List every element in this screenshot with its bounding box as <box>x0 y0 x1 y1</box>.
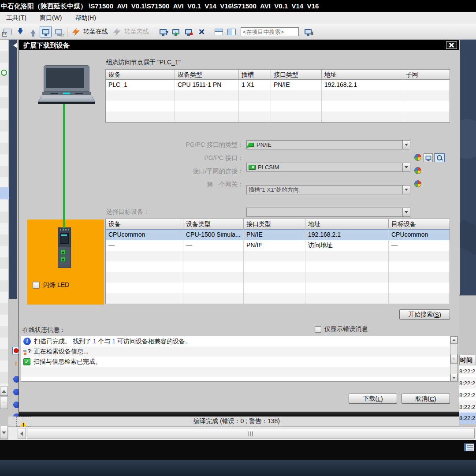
time-cell: 8:22:2 <box>459 365 476 377</box>
table-cell: — <box>183 240 244 251</box>
column-header[interactable]: 子网 <box>403 70 450 80</box>
overview-window-icon[interactable] <box>464 443 474 451</box>
column-header[interactable]: 设备 <box>106 70 175 80</box>
hscroll-left-button[interactable] <box>18 428 26 439</box>
go-online-flash-icon <box>72 28 80 36</box>
left-panel-collapse-bar[interactable] <box>9 40 17 299</box>
button-text: ) <box>434 395 436 402</box>
table-row-selected[interactable]: CPUcommon CPU-1500 Simula... PN/IE 192.1… <box>106 229 450 240</box>
dropdown-arrow-button[interactable] <box>402 141 410 149</box>
pgpc-type-label: PG/PC 接口的类型： <box>63 141 244 149</box>
table-row-empty <box>106 283 450 293</box>
table-row[interactable]: PLC_1 CPU 1511-1 PN 1 X1 PN/IE 192.168.2… <box>106 80 450 90</box>
search-go-button[interactable]: ii <box>302 26 314 37</box>
menu-help[interactable]: 帮助(H) <box>75 14 96 22</box>
cross-references-button[interactable] <box>195 26 207 37</box>
dropdown-arrow-button[interactable] <box>402 163 410 171</box>
status-message[interactable]: ✓ 扫描与信息检索已完成。 <box>21 357 457 367</box>
project-search-input[interactable] <box>241 27 299 36</box>
stop-runtime-button[interactable]: RT <box>52 26 64 37</box>
simulation-monitor-icon <box>42 29 49 34</box>
go-online-label[interactable]: 转至在线 <box>83 28 108 36</box>
connection-dropdown[interactable]: 插槽"1 X1"处的方向 <box>246 185 410 194</box>
flash-led-label: 闪烁 LED <box>43 281 69 289</box>
time-cell-selected: 8:22:2 <box>459 413 476 424</box>
configured-nodes-table: 设备 设备类型 插槽 接口类型 地址 子网 PLC_1 CPU 1511-1 P… <box>105 69 450 123</box>
table-row-empty <box>106 272 450 283</box>
menu-window[interactable]: 窗口(W) <box>40 14 62 22</box>
column-header[interactable]: 目标设备 <box>389 219 450 229</box>
download-to-device-button[interactable] <box>14 26 26 37</box>
start-simulation-button[interactable] <box>40 26 52 37</box>
start-cpu-button[interactable] <box>170 26 182 37</box>
split-vertical-button[interactable] <box>226 26 238 37</box>
dropdown-arrow-button[interactable] <box>402 208 410 216</box>
button-text: 取消( <box>415 395 430 403</box>
horizontal-scrollbar[interactable] <box>8 427 476 440</box>
binocular-icon: ii <box>310 30 313 36</box>
table-cell: PN/IE <box>244 229 305 240</box>
column-header[interactable]: 设备 <box>106 219 183 229</box>
go-online-button[interactable] <box>70 26 82 37</box>
time-cell: 8:22:2 <box>459 389 476 401</box>
column-header[interactable]: 设备类型 <box>183 219 244 229</box>
compile-status-row[interactable]: 编译完成 (错误：0 ; 警告：138) <box>8 416 459 427</box>
flash-led-panel: 闪烁 LED <box>27 219 104 305</box>
table-cell: 访问地址 <box>305 240 389 251</box>
hscroll-thumb[interactable] <box>27 428 475 439</box>
column-header[interactable]: 地址 <box>305 219 389 229</box>
table-row[interactable]: — — PN/IE 访问地址 — <box>106 240 450 251</box>
grip-icon <box>250 431 251 436</box>
split-horizontal-button[interactable] <box>213 26 225 37</box>
refresh-icon <box>1 70 7 76</box>
download-button[interactable]: 下载(L) <box>349 394 397 404</box>
flash-led-checkbox[interactable] <box>33 282 40 289</box>
scroll-down-button[interactable] <box>450 374 457 381</box>
cross-icon <box>198 29 205 35</box>
status-message[interactable]: i 扫描已完成。 找到了 1 个与 1 可访问设备相兼容的设备。 <box>21 336 457 346</box>
chevron-down-icon <box>405 211 408 215</box>
start-search-button[interactable]: 开始搜索(S) <box>399 309 450 320</box>
message-scrollbar[interactable]: ≡ <box>450 336 457 381</box>
network-cable <box>63 104 65 228</box>
scroll-thumb[interactable]: ≡ <box>450 354 457 364</box>
only-errors-checkbox[interactable] <box>315 326 321 333</box>
pgpc-type-dropdown[interactable]: PN/IE <box>246 140 410 149</box>
column-header[interactable]: 设备类型 <box>175 70 239 80</box>
column-header[interactable]: 接口类型 <box>244 219 305 229</box>
table-cell: CPUcommon <box>389 229 450 240</box>
table-header-row: 设备 设备类型 插槽 接口类型 地址 子网 <box>106 70 450 80</box>
table-row-empty <box>106 112 450 122</box>
save-all-button[interactable] <box>1 26 13 37</box>
connection-label: 接口/子网的连接： <box>63 167 244 175</box>
cancel-button[interactable]: 取消(C) <box>402 394 450 404</box>
download-arrow-icon <box>18 30 23 37</box>
go-offline-button[interactable] <box>111 26 123 37</box>
table-cell: CPUcommon <box>106 229 183 240</box>
dialog-title: 扩展下载到设备 <box>23 41 70 49</box>
flash-browse-button[interactable] <box>434 153 445 162</box>
network-view-button[interactable] <box>424 153 433 162</box>
column-header[interactable]: 插槽 <box>239 70 271 80</box>
gateway-dropdown[interactable] <box>246 208 410 217</box>
status-message[interactable]: ? 正在检索设备信息... <box>21 346 457 357</box>
vscroll-down-button[interactable] <box>0 426 8 439</box>
stop-cpu-button[interactable] <box>182 26 194 37</box>
dialog-titlebar[interactable]: 扩展下载到设备 <box>19 40 459 50</box>
magnifier-icon <box>437 155 442 160</box>
dialog-close-button[interactable] <box>446 41 457 49</box>
menu-tools[interactable]: 工具(T) <box>6 14 26 22</box>
grip-icon <box>248 431 249 436</box>
table-cell: 1 X1 <box>239 80 271 90</box>
scroll-up-button[interactable] <box>450 336 457 344</box>
column-header[interactable]: 接口类型 <box>271 70 322 80</box>
column-header[interactable]: 地址 <box>322 70 403 80</box>
accessible-devices-button[interactable]: ? <box>157 26 169 37</box>
pgpc-if-dropdown[interactable]: PLCSIM <box>246 163 410 172</box>
vscroll-up-button[interactable] <box>0 387 8 396</box>
compile-status-text: 编译完成 (错误：0 ; 警告：138) <box>193 417 280 425</box>
dropdown-arrow-button[interactable] <box>402 186 410 194</box>
upload-from-device-button[interactable] <box>27 26 39 37</box>
table-row-empty <box>106 251 450 261</box>
vscroll-thumb[interactable]: ≡ <box>0 397 8 409</box>
